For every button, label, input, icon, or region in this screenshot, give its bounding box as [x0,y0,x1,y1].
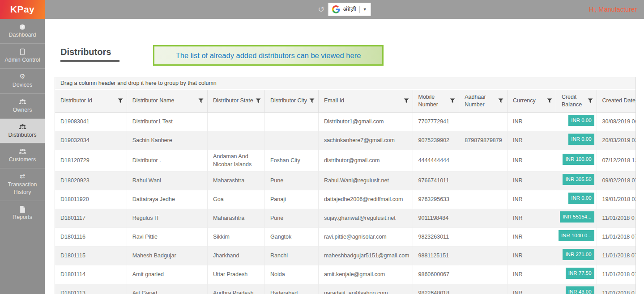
grid-cell: sachinkanhere7@gmail.com [318,131,413,150]
grid-cell: garadajit_ap@yahoo.com [318,284,413,294]
grid-cell: 879879879879 [459,131,508,150]
sidebar-item-label: Distributors [8,132,36,138]
filter-funnel-icon[interactable] [118,98,123,103]
grid-cell: D18011920 [55,190,127,209]
filter-funnel-icon[interactable] [198,98,204,103]
table-row[interactable]: D19083041Distributor1 TestDistributor1@g… [55,112,635,131]
grid-cell: Jharkhand [208,247,265,265]
active-item-arrow [40,126,49,135]
column-header-label: Email Id [324,97,344,105]
grid-cell: D18020923 [55,172,127,190]
page-title: Distributors [60,47,119,62]
grid-cell: INR 77.50 [556,265,597,284]
column-header-email-id[interactable]: Email Id [318,90,413,112]
grid-cell: 9823263011 [413,228,459,247]
filter-funnel-icon[interactable] [256,98,261,103]
grid-cell: dattajedhe2006@rediffmail.com [318,190,413,209]
grid-cell: Ranchi [265,247,319,265]
sidebar-item-owners[interactable]: Owners [0,93,45,118]
grid-cell: Pune [265,209,319,228]
grid-cell [265,112,319,131]
table-row[interactable]: D1801114Amit gnarledUttar PradeshNoidaam… [55,265,635,284]
grid-cell: INR [508,247,556,265]
column-header-label: Currency [513,97,536,105]
grid-cell [459,209,508,228]
grid-cell: D1801116 [55,228,127,247]
grid-cell: 11/01/2018 07: [597,265,635,284]
grid-cell: 9763295633 [413,190,459,209]
grid-cell [459,284,508,294]
translate-widget: ↺ अंग्रेज़ी ▼ [318,3,371,16]
column-header-aadhaar-number[interactable]: Aadhaar Number [459,90,508,112]
reload-icon[interactable]: ↺ [318,4,324,14]
grid-cell: Mahesh Badgujar [127,247,207,265]
credit-balance-badge: INR 1040.0... [559,230,594,241]
grid-cell: INR [508,228,556,247]
sidebar-item-devices[interactable]: ⚙Devices [0,68,45,93]
kpay-logo[interactable]: KPay [0,0,45,19]
sidebar-item-transaction-history[interactable]: ⇄Transaction History [0,168,45,201]
gauge-icon [2,22,43,30]
grid-cell: 20/03/2019 03 [597,131,635,150]
table-row[interactable]: D18120729Distributor .Andaman And Nicoba… [55,150,635,172]
grid-cell: Distributor1@gmail.com [318,112,413,131]
grid-cell: D19032034 [55,131,127,150]
grid-cell [459,228,508,247]
users-group-icon [2,122,43,130]
grid-cell: Regulus IT [127,209,207,228]
language-label: अंग्रेज़ी [343,6,356,13]
column-header-mobile-number[interactable]: Mobile Number [413,90,459,112]
grid-cell: D1801113 [55,284,127,294]
filter-funnel-icon[interactable] [404,98,409,103]
grid-cell: INR [508,131,556,150]
column-header-created-date[interactable]: Created Date [597,90,635,112]
grid-cell: 11/01/2018 07: [597,284,635,294]
grid-cell: Ravi Pittie [127,228,207,247]
sidebar: KPay DashboardAdmin Control⚙DevicesOwner… [0,0,45,294]
column-header-distributor-name[interactable]: Distributor Name [127,90,207,112]
grid-cell: INR [508,265,556,284]
grid-cell: Maharashtra [208,172,265,190]
grid-cell: 11/01/2018 07: [597,228,635,247]
column-header-currency[interactable]: Currency [508,90,556,112]
grid-cell [208,112,265,131]
grid-cell: 9822648018 [413,284,459,294]
table-row[interactable]: D1801116Ravi PittieSikkimGangtokravi.pit… [55,228,635,247]
grid-cell [459,150,508,172]
table-row[interactable]: D1801117Regulus ITMaharashtraPunesujay.g… [55,209,635,228]
grid-cell: distributor@gmail.com [318,150,413,172]
grid-cell: Andhra Pradesh [208,284,265,294]
grid-cell [265,131,319,150]
grid-cell: Gangtok [265,228,319,247]
column-header-distributor-city[interactable]: Distributor City [265,90,319,112]
column-header-distributor-state[interactable]: Distributor State [208,90,265,112]
language-selector[interactable]: अंग्रेज़ी ▼ [328,3,371,16]
sidebar-item-distributors[interactable]: Distributors [0,118,45,143]
grid-cell: INR 100.00 [556,150,597,172]
filter-funnel-icon[interactable] [588,98,593,103]
sidebar-item-admin-control[interactable]: Admin Control [0,43,45,68]
column-header-distributor-id[interactable]: Distributor Id [55,90,127,112]
table-row[interactable]: D18011920Dattatraya JedheGoaPanajidattaj… [55,190,635,209]
sidebar-item-reports[interactable]: Reports [0,201,45,226]
filter-funnel-icon[interactable] [309,98,315,103]
table-row[interactable]: D1801115Mahesh BadgujarJharkhandRanchima… [55,247,635,265]
grid-cell: INR 55154... [556,209,597,228]
sidebar-item-dashboard[interactable]: Dashboard [0,19,45,43]
group-drop-zone[interactable]: Drag a column header and drop it here to… [55,77,635,90]
sidebar-item-label: Customers [9,156,36,163]
table-row[interactable]: D18020923Rahul WaniMaharashtraPuneRahul.… [55,172,635,190]
grid-cell: Rahul.Wani@regulusit.net [318,172,413,190]
credit-balance-badge: INR 0.00 [568,115,594,126]
column-header-credit-balance[interactable]: Credit Balance [556,90,597,112]
filter-funnel-icon[interactable] [450,98,455,103]
user-greeting[interactable]: Hi, Manufacturer [589,0,637,19]
filter-funnel-icon[interactable] [547,98,552,103]
sidebar-item-label: Reports [13,214,32,220]
table-row[interactable]: D1801113Ajit GaradAndhra PradeshHyderaba… [55,284,635,294]
filter-funnel-icon[interactable] [498,98,503,103]
caret-down-icon[interactable]: ▼ [363,7,367,12]
sidebar-item-customers[interactable]: Customers [0,143,45,168]
grid-cell: Sachin Kanhere [127,131,207,150]
table-row[interactable]: D19032034Sachin Kanheresachinkanhere7@gm… [55,131,635,150]
